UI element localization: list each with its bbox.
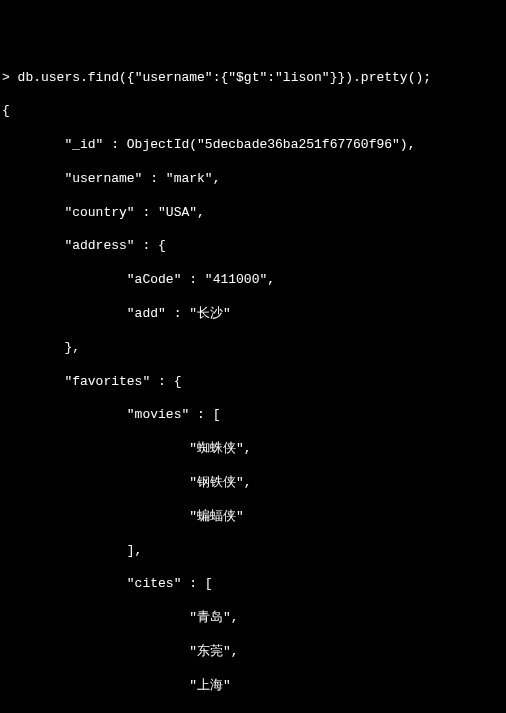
r0-cite3: "上海"	[2, 678, 504, 695]
r0-id: "_id" : ObjectId("5decbade36ba251f67760f…	[2, 137, 504, 154]
r0-movie2: "钢铁侠",	[2, 475, 504, 492]
r0-cite1: "青岛",	[2, 610, 504, 627]
r0-cite2: "东莞",	[2, 644, 504, 661]
prompt-symbol: >	[2, 70, 18, 85]
r0-address-open: "address" : {	[2, 238, 504, 255]
r0-address-close: },	[2, 340, 504, 357]
command-line[interactable]: > db.users.find({"username":{"$gt":"liso…	[2, 70, 504, 87]
doc-open-0: {	[2, 103, 504, 120]
r0-add: "add" : "长沙"	[2, 306, 504, 323]
r0-movies-close: ],	[2, 543, 504, 560]
r0-favorites-open: "favorites" : {	[2, 374, 504, 391]
r0-movie3: "蝙蝠侠"	[2, 509, 504, 526]
r0-cites-open: "cites" : [	[2, 576, 504, 593]
r0-country: "country" : "USA",	[2, 205, 504, 222]
r0-movie1: "蜘蛛侠",	[2, 441, 504, 458]
r0-aCode: "aCode" : "411000",	[2, 272, 504, 289]
r0-movies-open: "movies" : [	[2, 407, 504, 424]
command-text: db.users.find({"username":{"$gt":"lison"…	[18, 70, 431, 85]
r0-username: "username" : "mark",	[2, 171, 504, 188]
